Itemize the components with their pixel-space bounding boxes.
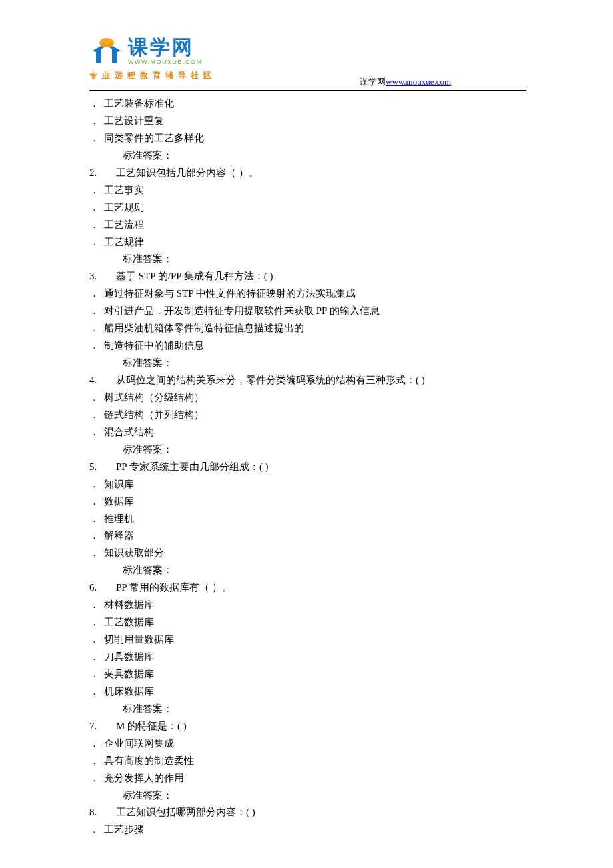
option-text: 充分发挥人的作用 (104, 773, 184, 783)
option-line: ．混合式结构 (89, 424, 526, 441)
logo-main: 课学网 WWW.MOUXUE.COM (89, 37, 216, 66)
question-text: PP 常用的数据库有（ ）。 (116, 582, 232, 593)
option-text: 夹具数据库 (104, 669, 154, 679)
question-text: 基于 STP 的/PP 集成有几种方法：( ) (116, 271, 273, 281)
option-line: ．夹具数据库 (89, 666, 526, 683)
option-marker: ． (89, 493, 104, 511)
option-line: ．推理机 (89, 511, 526, 528)
option-marker: ． (89, 407, 104, 424)
option-marker: ． (89, 614, 104, 631)
option-marker: ． (89, 476, 104, 493)
option-marker: ． (89, 234, 104, 251)
option-line: ．对引进产品，开发制造特征专用提取软件来获取 PP 的输入信息 (89, 303, 526, 320)
option-line: ．知识获取部分 (89, 545, 526, 562)
question-number: 5. (89, 459, 116, 476)
option-line: ．工艺数据库 (89, 614, 526, 631)
question-line: 7.M 的特征是：( ) (89, 718, 526, 735)
option-marker: ． (89, 597, 104, 614)
option-line: ．机床数据库 (89, 683, 526, 701)
option-text: 船用柴油机箱体零件制造特征信息描述提出的 (104, 323, 304, 333)
option-marker: ． (89, 113, 104, 130)
option-text: 链式结构（并列结构） (104, 409, 204, 420)
option-line: ．工艺事实 (89, 182, 526, 199)
logo-slogan: 专业远程教育辅导社区 (89, 69, 216, 83)
option-text: 工艺规则 (104, 202, 144, 213)
option-marker: ． (89, 666, 104, 683)
option-marker: ． (89, 527, 104, 545)
option-marker: ． (89, 821, 104, 839)
question-text: 工艺知识包括哪两部分内容：( ) (116, 807, 255, 817)
question-line: 3.基于 STP 的/PP 集成有几种方法：( ) (89, 268, 526, 285)
logo-area: 课学网 WWW.MOUXUE.COM 专业远程教育辅导社区 (89, 37, 216, 83)
option-text: 材料数据库 (104, 599, 154, 610)
option-text: 工艺装备标准化 (104, 98, 174, 109)
question-number: 3. (89, 268, 116, 285)
option-marker: ． (89, 182, 104, 199)
answer-line: 标准答案： (89, 562, 526, 579)
option-text: 混合式结构 (104, 427, 154, 437)
question-line: 4.从码位之间的结构关系来分，零件分类编码系统的结构有三种形式：( ) (89, 372, 526, 389)
answer-line: 标准答案： (89, 787, 526, 805)
site-name: 谋学网 (360, 77, 386, 87)
option-text: 工艺设计重复 (104, 115, 164, 126)
option-marker: ． (89, 753, 104, 770)
option-line: ．工艺设计重复 (89, 113, 526, 130)
answer-line: 标准答案： (89, 701, 526, 718)
option-line: ．制造特征中的辅助信息 (89, 337, 526, 355)
question-number: 2. (89, 165, 116, 182)
option-text: 切削用量数据库 (104, 634, 174, 645)
option-line: ．具有高度的制造柔性 (89, 753, 526, 770)
question-number: 7. (89, 718, 116, 735)
option-line: ．材料数据库 (89, 597, 526, 614)
answer-line: 标准答案： (89, 147, 526, 165)
logo-icon (89, 37, 124, 65)
option-marker: ． (89, 130, 104, 147)
option-text: 工艺数据库 (104, 617, 154, 627)
option-text: 知识库 (104, 479, 134, 489)
option-text: 对引进产品，开发制造特征专用提取软件来获取 PP 的输入信息 (104, 305, 380, 316)
option-line: ．知识库 (89, 476, 526, 493)
option-line: ．工艺装备标准化 (89, 95, 526, 113)
option-text: 刀具数据库 (104, 651, 154, 662)
option-line: ．刀具数据库 (89, 649, 526, 666)
logo-url-text: WWW.MOUXUE.COM (128, 59, 203, 66)
logo-text-block: 课学网 WWW.MOUXUE.COM (128, 37, 203, 66)
header-site-info: 谋学网www.mouxue.com (360, 75, 451, 89)
option-line: ．同类零件的工艺多样化 (89, 130, 526, 147)
option-line: ．工艺规则 (89, 199, 526, 217)
option-marker: ． (89, 95, 104, 113)
option-marker: ． (89, 285, 104, 303)
option-marker: ． (89, 424, 104, 441)
question-text: 从码位之间的结构关系来分，零件分类编码系统的结构有三种形式：( ) (116, 375, 425, 385)
question-line: 5.PP 专家系统主要由几部分组成：( ) (89, 459, 526, 476)
site-url-link[interactable]: www.mouxue.com (386, 77, 451, 87)
question-number: 8. (89, 804, 116, 821)
option-text: 工艺事实 (104, 185, 144, 195)
option-line: ．切削用量数据库 (89, 631, 526, 649)
question-number: 6. (89, 579, 116, 597)
option-line: ．链式结构（并列结构） (89, 407, 526, 424)
option-marker: ． (89, 545, 104, 562)
option-text: 机床数据库 (104, 686, 154, 697)
option-line: ．树式结构（分级结构） (89, 389, 526, 407)
question-text: PP 专家系统主要由几部分组成：( ) (116, 461, 269, 472)
option-marker: ． (89, 631, 104, 649)
option-marker: ． (89, 735, 104, 753)
option-text: 制造特征中的辅助信息 (104, 340, 204, 351)
option-marker: ． (89, 217, 104, 234)
option-line: ．数据库 (89, 493, 526, 511)
answer-line: 标准答案： (89, 441, 526, 459)
option-line: ．船用柴油机箱体零件制造特征信息描述提出的 (89, 320, 526, 337)
option-text: 工艺规律 (104, 237, 144, 247)
question-text: 工艺知识包括几部分内容（ ）。 (116, 167, 259, 178)
option-line: ．工艺规律 (89, 234, 526, 251)
option-text: 工艺步骤 (104, 824, 144, 835)
option-text: 数据库 (104, 496, 134, 507)
option-text: 解释器 (104, 530, 134, 541)
option-marker: ． (89, 389, 104, 407)
answer-line: 标准答案： (89, 355, 526, 372)
option-line: ．充分发挥人的作用 (89, 770, 526, 787)
option-marker: ． (89, 303, 104, 320)
option-marker: ． (89, 320, 104, 337)
question-line: 6.PP 常用的数据库有（ ）。 (89, 579, 526, 597)
